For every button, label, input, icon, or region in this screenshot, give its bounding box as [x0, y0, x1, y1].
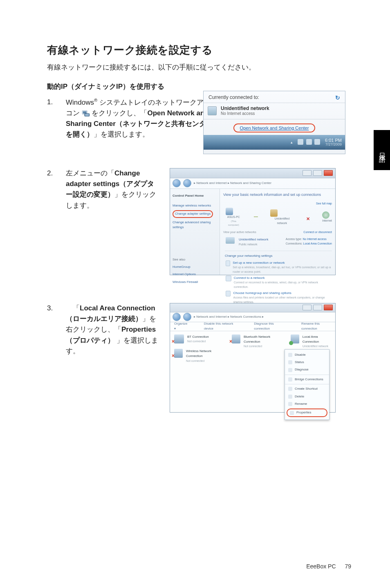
s3-pre: 「 [66, 304, 80, 312]
open-network-sharing-link[interactable]: Open Network and Sharing Center [240, 126, 309, 130]
see-full-map-link[interactable]: See full map [316, 202, 332, 205]
window-titlebar-3 [170, 303, 335, 312]
sidebar-internet-options[interactable]: Internet Options [173, 271, 217, 278]
network-node-label: Unidentified network [270, 217, 294, 226]
breadcrumb-3[interactable]: ▸ Network and Internet ▸ Network Connect… [194, 314, 333, 319]
step-3: 3. 「Local Area Connection（ローカルエリア接続）」を右ク… [47, 303, 351, 413]
menu-properties[interactable]: Properties [287, 408, 327, 417]
task-title: Connect to a network [234, 276, 332, 281]
flyout-network-row: Unidentified network No Internet access [204, 103, 345, 119]
connections-label: Connections: [286, 242, 303, 245]
connection-bt[interactable]: BT ConnectionNot connected [174, 334, 224, 344]
menu-icon [288, 368, 292, 372]
tray-volume-icon[interactable] [314, 139, 320, 145]
tray-flag-icon[interactable] [298, 139, 303, 145]
active-network-type: Public network [239, 242, 268, 247]
maximize-button[interactable] [313, 305, 322, 310]
tray-clock[interactable]: 6:01 PM 7/27/2009 [325, 138, 342, 147]
nav-back-button[interactable] [173, 179, 181, 187]
active-network-row: Unidentified network Public network Acce… [226, 237, 332, 247]
maximize-button[interactable] [313, 170, 322, 176]
toolbar-organize[interactable]: Organize ▾ [174, 321, 188, 332]
step-2-text: 左メニューの「Change adapter settings（アダプター設定の変… [66, 168, 160, 275]
change-settings-heading: Change your networking settings [225, 251, 332, 258]
page-footer: EeeBox PC 79 [306, 563, 351, 570]
connections-value[interactable]: Local Area Connection [303, 242, 332, 245]
menu-icon [288, 395, 292, 399]
open-link-row: Open Network and Sharing Center [204, 123, 345, 132]
menu-diagnose[interactable]: Diagnose [285, 366, 329, 373]
tray-chevron-icon[interactable]: ▴ [291, 140, 293, 144]
access-value: No Internet access [303, 238, 326, 240]
adapter-icon [291, 334, 299, 343]
intro-text: 有線ネットワークに接続するには、以下の手順に従ってください。 [47, 62, 351, 73]
adapter-name: Wireless Network Connection [186, 349, 224, 359]
menu-icon [288, 353, 292, 357]
toolbar-diagnose[interactable]: Diagnose this connection [254, 321, 285, 332]
network-icon [208, 106, 217, 115]
computer-label: ASUS-PC [226, 215, 242, 220]
breadcrumb[interactable]: ▸ Network and Internet ▸ Network and Sha… [194, 181, 333, 186]
menu-icon [290, 411, 294, 415]
tray-network-icon[interactable] [306, 139, 312, 145]
sidebar-windows-firewall[interactable]: Windows Firewall [173, 278, 217, 286]
adapter-status: Not connected [186, 359, 224, 364]
sidebar-homegroup[interactable]: HomeGroup [173, 263, 217, 271]
network-map-row: ASUS-PC (This computer) ━━ Unidentified … [226, 208, 332, 227]
toolbar-disable[interactable]: Disable this network device [204, 321, 238, 332]
internet-icon [322, 211, 329, 219]
registered-mark: ® [94, 98, 97, 103]
nav-back-button[interactable] [173, 313, 181, 321]
adapter-icon [174, 334, 184, 343]
s1-tail: 」を選択します。 [94, 130, 149, 138]
menu-bridge[interactable]: Bridge Connections [285, 375, 329, 383]
adapter-status: Not connected [244, 344, 282, 349]
sidebar: Control Panel Home Manage wireless netwo… [170, 189, 220, 275]
address-bar: ▸ Network and Internet ▸ Network and Sha… [170, 178, 335, 189]
network-name: Unidentified network [221, 105, 269, 111]
task-connect-network[interactable]: Connect to a networkConnect or reconnect… [226, 276, 332, 290]
disconnected-icon: ✕ [306, 215, 310, 220]
network-tray-icon [82, 109, 90, 116]
screenshot-network-flyout: Currently connected to: ↻ Unidentified n… [203, 91, 345, 154]
refresh-icon[interactable]: ↻ [335, 94, 340, 101]
step-2-number: 2. [47, 168, 56, 275]
menu-status[interactable]: Status [285, 359, 329, 366]
menu-rename[interactable]: Rename [285, 400, 329, 408]
footer-page-number: 79 [345, 563, 351, 570]
s2-pre: 左メニューの「 [66, 169, 114, 177]
menu-delete[interactable]: Delete [285, 393, 329, 400]
s1-post2: をクリックし、「 [90, 109, 148, 117]
sidebar-change-adapter[interactable]: Change adapter settings [175, 212, 211, 215]
main-panel: View your basic network information and … [220, 189, 335, 275]
toolbar-rename[interactable]: Rename this connection [301, 321, 331, 332]
toolbar: Organize ▾ Disable this network device D… [170, 322, 335, 331]
menu-icon [288, 402, 292, 406]
step-3-number: 3. [47, 303, 56, 413]
sidebar-home[interactable]: Control Panel Home [173, 192, 217, 200]
network-subtext: No Internet access [221, 111, 269, 116]
menu-disable[interactable]: Disable [285, 351, 329, 359]
connection-bt-network[interactable]: Bluetooth Network ConnectionNot connecte… [232, 334, 282, 349]
nav-forward-button[interactable] [183, 179, 191, 187]
panel-title: View your basic network information and … [223, 192, 332, 198]
minimize-button[interactable] [303, 170, 312, 176]
close-button[interactable] [324, 170, 333, 176]
nav-forward-button[interactable] [183, 313, 191, 321]
menu-shortcut[interactable]: Create Shortcut [285, 384, 329, 393]
close-button[interactable] [324, 305, 333, 310]
task-setup-connection[interactable]: Set up a new connection or networkSet up… [226, 260, 332, 274]
sidebar-manage-wireless[interactable]: Manage wireless networks [173, 202, 217, 209]
connect-disconnect-link[interactable]: Connect or disconnect [303, 230, 332, 235]
step-1-text: Windows® システムトレイのネットワークアイコン をクリックし、「Open… [66, 97, 213, 140]
minimize-button[interactable] [303, 305, 312, 310]
menu-icon [288, 377, 292, 382]
connection-local-area[interactable]: Local Area ConnectionUnidentified networ… [291, 334, 331, 349]
sidebar-advanced-sharing[interactable]: Change advanced sharing settings [173, 219, 217, 231]
view-active-label: View your active networks [223, 230, 256, 235]
svg-rect-1 [83, 111, 87, 114]
subheading: 動的IP（ダイナミックIP）を使用する [47, 82, 351, 91]
adapter-icon [232, 334, 240, 343]
connection-wireless[interactable]: Wireless Network ConnectionNot connected [174, 349, 224, 364]
s1-pre: Windows [66, 98, 94, 106]
